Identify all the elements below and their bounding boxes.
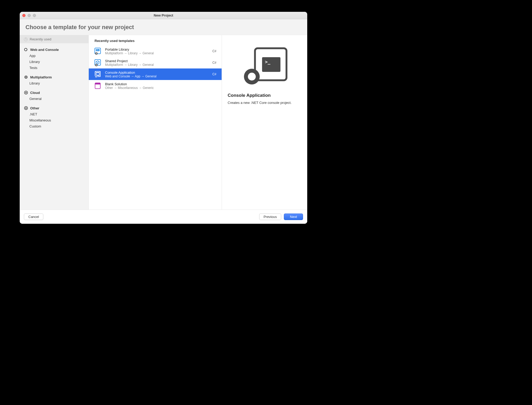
window-title: New Project (20, 13, 307, 17)
sidebar-item-dotnet[interactable]: .NET (20, 111, 88, 117)
svg-text:>_: >_ (265, 59, 270, 65)
template-path: Multiplatform → Library → General (105, 63, 209, 67)
previous-button[interactable]: Previous (259, 214, 281, 220)
sidebar-section-other[interactable]: Other (20, 105, 88, 111)
maximize-window-button[interactable] (33, 14, 36, 17)
multiplatform-icon (24, 75, 28, 79)
other-icon (24, 106, 28, 110)
new-project-dialog: New Project Choose a template for your n… (20, 12, 307, 224)
template-path: Other → Miscellaneous → Generic (105, 86, 213, 90)
svg-point-25 (248, 73, 256, 81)
sidebar-section-multiplatform[interactable]: Multiplatform (20, 74, 88, 80)
sidebar-item-tests[interactable]: Tests (20, 65, 88, 71)
sidebar-recent-label: Recently used (30, 37, 51, 41)
sidebar: Recently used Web and Console App Librar… (20, 35, 89, 210)
template-title: Portable Library (105, 47, 209, 51)
template-title: Console Application (105, 71, 209, 74)
template-path: Multiplatform → Library → General (105, 51, 209, 55)
svg-point-3 (25, 92, 27, 93)
clock-icon (24, 38, 28, 41)
dialog-header: Choose a template for your new project (20, 19, 307, 35)
sidebar-item-mp-library[interactable]: Library (20, 80, 88, 86)
minimize-window-button[interactable] (28, 14, 31, 17)
template-list: Recently used templates PCL Portable Lib… (89, 35, 222, 210)
next-button[interactable]: Next (284, 214, 303, 220)
svg-rect-20 (95, 83, 100, 84)
shared-project-icon (93, 58, 102, 67)
console-app-icon: >_ (93, 70, 102, 78)
sidebar-item-custom[interactable]: Custom (20, 123, 88, 129)
template-path: Web and Console → App → General (105, 74, 209, 78)
detail-description: Creates a new .NET Core console project. (228, 101, 291, 105)
close-window-button[interactable] (22, 14, 25, 17)
sidebar-item-recently-used[interactable]: Recently used (20, 35, 88, 43)
template-row-console-application[interactable]: >_ Console Application Web and Console →… (89, 68, 222, 80)
cloud-icon (24, 90, 28, 95)
detail-illustration: >_ (240, 44, 290, 87)
template-title: Shared Project (105, 59, 209, 63)
web-console-icon (24, 47, 28, 52)
svg-point-18 (96, 76, 97, 77)
window-controls (22, 14, 36, 17)
sidebar-section-cloud[interactable]: Cloud (20, 89, 88, 96)
sidebar-item-app[interactable]: App (20, 53, 88, 59)
template-title: Blank Solution (105, 82, 213, 86)
detail-panel: >_ Console Application Creates a new .NE… (222, 35, 307, 210)
template-lang: C# (212, 72, 216, 76)
svg-text:PCL: PCL (96, 49, 99, 51)
svg-text:>_: >_ (97, 73, 99, 75)
cancel-button[interactable]: Cancel (24, 214, 43, 220)
template-lang: C# (212, 61, 216, 65)
sidebar-item-library[interactable]: Library (20, 59, 88, 65)
sidebar-item-cloud-general[interactable]: General (20, 96, 88, 102)
dialog-footer: Cancel Previous Next (20, 210, 307, 224)
template-row-blank-solution[interactable]: Blank Solution Other → Miscellaneous → G… (89, 80, 222, 92)
pcl-icon: PCL (93, 47, 102, 55)
titlebar: New Project (20, 12, 307, 19)
template-lang: C# (212, 49, 216, 53)
blank-solution-icon (93, 82, 102, 90)
sidebar-section-web-and-console[interactable]: Web and Console (20, 46, 88, 53)
page-title: Choose a template for your new project (25, 24, 301, 31)
sidebar-item-miscellaneous[interactable]: Miscellaneous (20, 117, 88, 123)
template-list-header: Recently used templates (89, 35, 222, 45)
svg-point-5 (25, 108, 27, 109)
template-row-portable-library[interactable]: PCL Portable Library Multiplatform → Lib… (89, 45, 222, 57)
template-row-shared-project[interactable]: Shared Project Multiplatform → Library →… (89, 57, 222, 68)
detail-title: Console Application (228, 93, 271, 98)
